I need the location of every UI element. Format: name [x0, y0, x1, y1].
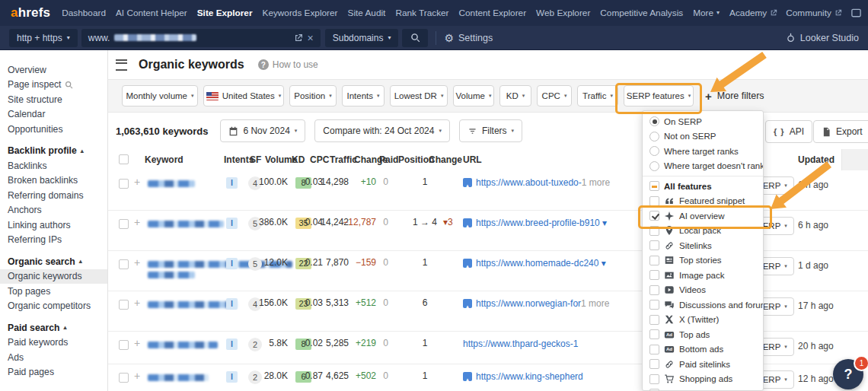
- topnav-item-competitive-analysis[interactable]: Competitive Analysis: [600, 8, 683, 18]
- sidebar-item-calendar[interactable]: Calendar: [0, 107, 107, 122]
- filter-united-states[interactable]: United States▾: [203, 85, 284, 106]
- filter-kd[interactable]: KD▾: [499, 85, 531, 106]
- column-header-6-traffic[interactable]: Traffic: [330, 154, 357, 165]
- filter-monthly-volume[interactable]: Monthly volume▾: [122, 85, 198, 106]
- dropdown-option-on-serp[interactable]: On SERP: [643, 114, 763, 129]
- topnav-item-site-audit[interactable]: Site Audit: [348, 8, 386, 18]
- keyword-link[interactable]: [148, 342, 218, 352]
- filters-button[interactable]: Filters ▾: [459, 119, 522, 142]
- sidebar-item-paid-keywords[interactable]: Paid keywords: [0, 335, 107, 351]
- filter-traffic[interactable]: Traffic▾: [577, 85, 618, 106]
- url-link[interactable]: https://www.: [476, 371, 525, 382]
- keyword-link[interactable]: [148, 374, 209, 385]
- filter-intents[interactable]: Intents▾: [342, 85, 385, 106]
- dropdown-option-top-ads[interactable]: Top ads: [643, 327, 763, 342]
- dropdown-option-local-pack[interactable]: Local pack: [643, 224, 763, 239]
- row-checkbox[interactable]: [119, 373, 129, 383]
- sidebar-item-linking-authors[interactable]: Linking authors: [0, 218, 107, 233]
- dropdown-option-all-features[interactable]: All features: [643, 179, 763, 194]
- topnav-item-site-explorer[interactable]: Site Explorer: [197, 8, 253, 18]
- external-link-icon[interactable]: [294, 33, 303, 43]
- column-header-5-cpc[interactable]: CPC: [310, 154, 329, 165]
- url-link[interactable]: pard-geckos-1: [520, 339, 579, 349]
- url-link[interactable]: https://www.: [476, 298, 525, 309]
- sidebar-item-broken-backlinks[interactable]: Broken backlinks: [0, 173, 107, 189]
- keyword-link[interactable]: [148, 301, 238, 312]
- url-link[interactable]: https://www.: [476, 258, 525, 269]
- keyword-link[interactable]: [148, 180, 195, 191]
- api-button[interactable]: { } API: [765, 120, 812, 143]
- dropdown-option-where-target-ranks[interactable]: Where target ranks: [643, 144, 763, 159]
- dropdown-option-shopping-ads[interactable]: Shopping ads: [643, 372, 763, 387]
- select-all-checkbox[interactable]: [119, 154, 129, 164]
- topnav-link-community[interactable]: Community: [786, 8, 842, 18]
- dropdown-option-ai-overview[interactable]: AI overview: [643, 208, 763, 224]
- url-link[interactable]: https://www.: [476, 218, 525, 228]
- column-header-10-change[interactable]: Change: [429, 154, 462, 165]
- sidebar-item-referring-ips[interactable]: Referring IPs: [0, 233, 107, 248]
- row-checkbox[interactable]: [119, 259, 129, 269]
- row-checkbox[interactable]: [119, 179, 129, 189]
- dropdown-option-paid-sitelinks[interactable]: Paid sitelinks: [643, 357, 763, 372]
- url-link[interactable]: homemade-dc: [525, 258, 584, 269]
- clear-input-icon[interactable]: ×: [308, 33, 314, 43]
- dropdown-option-where-target-doesn-t-rank[interactable]: Where target doesn't rank: [643, 159, 763, 174]
- settings-button[interactable]: ⚙ Settings: [444, 33, 493, 43]
- search-button[interactable]: [402, 29, 428, 47]
- dropdown-option-image-pack[interactable]: Image pack: [643, 268, 763, 283]
- topnav-link-academy[interactable]: Academy: [729, 8, 777, 18]
- row-checkbox[interactable]: [119, 340, 129, 350]
- sidebar-item-organic-competitors[interactable]: Organic competitors: [0, 299, 107, 314]
- topnav-item-ai-content-helper[interactable]: AI Content Helper: [116, 8, 187, 18]
- row-checkbox[interactable]: [119, 219, 129, 229]
- dropdown-option-videos[interactable]: Videos: [643, 283, 763, 298]
- column-header-0-keyword[interactable]: Keyword: [145, 154, 183, 165]
- export-button[interactable]: Export: [813, 120, 868, 143]
- column-header-8-paid[interactable]: Paid: [379, 154, 398, 165]
- url-link[interactable]: breed-profile-b: [525, 218, 585, 228]
- add-keyword-button[interactable]: +: [134, 370, 140, 382]
- keyword-link[interactable]: [148, 221, 224, 231]
- date-picker-button[interactable]: 6 Nov 2024 ▾: [220, 119, 305, 142]
- dropdown-option-x-twitter[interactable]: X (Twitter): [643, 313, 763, 328]
- url-link[interactable]: king-shepherd: [525, 371, 583, 382]
- topnav-item-dashboard[interactable]: Dashboard: [62, 8, 106, 18]
- looker-studio-button[interactable]: Looker Studio: [786, 33, 859, 43]
- column-header-12-updated[interactable]: Updated: [798, 154, 834, 165]
- add-keyword-button[interactable]: +: [134, 176, 140, 188]
- dropdown-option-not-on-serp[interactable]: Not on SERP: [643, 129, 763, 145]
- sidebar-section-backlink-profile[interactable]: Backlink profile▴: [0, 144, 107, 159]
- sidebar-section-organic-search[interactable]: Organic search▴: [0, 254, 107, 269]
- more-filters-button[interactable]: + More filters: [705, 91, 764, 102]
- topnav-item-more[interactable]: More▾: [693, 8, 720, 18]
- protocol-selector[interactable]: http + https ▾: [9, 29, 78, 47]
- topnav-item-rank-tracker[interactable]: Rank Tracker: [395, 8, 448, 18]
- url-link[interactable]: https://www.: [476, 177, 525, 188]
- filter-cpc[interactable]: CPC▾: [537, 85, 572, 106]
- sidebar-item-opportunities[interactable]: Opportunities: [0, 122, 107, 137]
- dropdown-option-discussions-and-forums[interactable]: Discussions and forums: [643, 297, 763, 313]
- compare-date-button[interactable]: Compare with: 24 Oct 2024 ▾: [314, 119, 450, 142]
- sidebar-item-site-structure[interactable]: Site structure: [0, 92, 107, 107]
- sidebar-item-referring-domains[interactable]: Referring domains: [0, 188, 107, 203]
- topnav-item-keywords-explorer[interactable]: Keywords Explorer: [263, 8, 338, 18]
- dropdown-option-featured-snippet[interactable]: Featured snippet: [643, 194, 763, 209]
- topnav-item-web-explorer[interactable]: Web Explorer: [536, 8, 590, 18]
- sidebar-item-anchors[interactable]: Anchors: [0, 203, 107, 218]
- add-keyword-button[interactable]: +: [134, 297, 140, 309]
- sidebar-item-ads[interactable]: Ads: [0, 350, 107, 365]
- dropdown-option-knowledge-card[interactable]: Knowledge card: [643, 386, 763, 391]
- dropdown-option-top-stories[interactable]: Top stories: [643, 253, 763, 269]
- url-more[interactable]: 910 ▾: [585, 218, 607, 228]
- sidebar-item-overview[interactable]: Overview: [0, 62, 107, 78]
- column-header-4-kd[interactable]: KD: [292, 154, 305, 165]
- add-keyword-button[interactable]: +: [134, 337, 140, 349]
- sidebar-item-organic-keywords[interactable]: Organic keywords: [0, 269, 107, 285]
- chat-square-icon[interactable]: [850, 8, 862, 19]
- url-link[interactable]: norwegian-for: [525, 298, 581, 309]
- sidebar-item-backlinks[interactable]: Backlinks: [0, 158, 107, 173]
- how-to-use-link[interactable]: ? How to use: [258, 59, 318, 70]
- url-link[interactable]: about-tuxedo-: [525, 177, 582, 188]
- dropdown-option-sitelinks[interactable]: Sitelinks: [643, 238, 763, 253]
- url-link[interactable]: https://www.th: [463, 339, 520, 349]
